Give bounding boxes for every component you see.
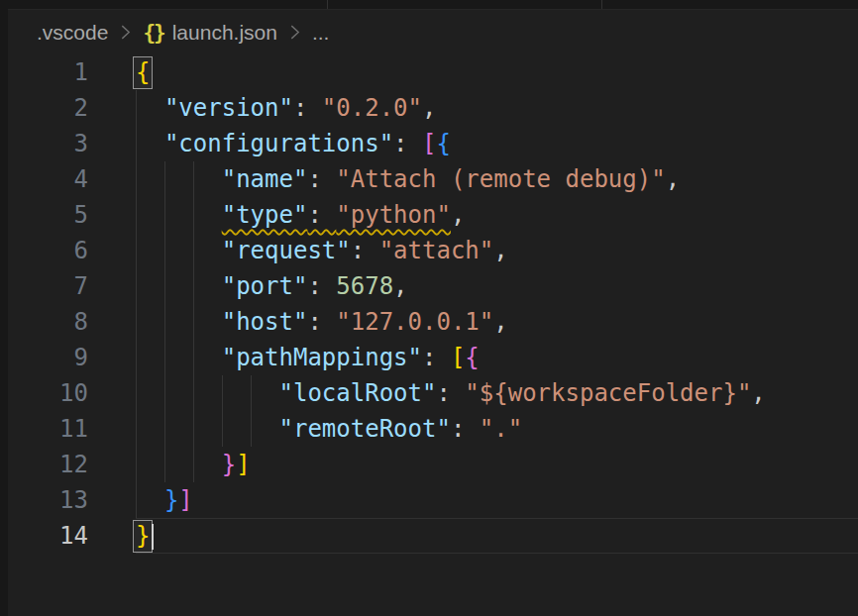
code-token: :	[307, 272, 336, 300]
code-line[interactable]: 8 "host": "127.0.0.1",	[8, 304, 858, 340]
line-number[interactable]: 3	[8, 126, 136, 161]
breadcrumb-file[interactable]: launch.json	[172, 21, 277, 45]
indent-guide	[136, 90, 137, 126]
code-token: ]	[178, 486, 192, 514]
code-area[interactable]: 1{2 "version": "0.2.0",3 "configurations…	[8, 54, 858, 616]
code-token: :	[307, 201, 336, 229]
code-token: }	[222, 451, 236, 478]
code-line[interactable]: 1{	[8, 54, 858, 90]
code-token: {	[465, 344, 479, 371]
indent-guide	[136, 340, 137, 375]
breadcrumb-folder[interactable]: .vscode	[37, 21, 108, 45]
code-content: "port": 5678,	[136, 268, 858, 304]
line-number[interactable]: 8	[8, 304, 136, 340]
tab-strip[interactable]	[8, 0, 858, 10]
line-number[interactable]: 10	[8, 375, 136, 411]
line-number[interactable]: 13	[8, 482, 136, 518]
indent-guide	[136, 304, 137, 340]
code-token: ,	[393, 272, 407, 300]
indent-guide	[164, 411, 165, 447]
line-number[interactable]: 2	[8, 90, 136, 126]
code-content: "host": "127.0.0.1",	[136, 304, 858, 340]
indent-guide	[136, 411, 137, 447]
code-line[interactable]: 4 "name": "Attach (remote debug)",	[8, 161, 858, 197]
line-number[interactable]: 1	[8, 54, 136, 90]
code-token: ]	[236, 451, 250, 478]
text-cursor	[152, 524, 154, 550]
indent-guide	[136, 161, 137, 197]
bracket-match: {	[134, 57, 152, 88]
line-number[interactable]: 9	[8, 340, 136, 375]
indent-guide	[193, 304, 194, 340]
code-token: ,	[422, 94, 436, 122]
code-token: "version"	[164, 94, 293, 122]
code-token: "python"	[336, 201, 451, 229]
line-number[interactable]: 14	[8, 518, 136, 554]
code-line[interactable]: 5 "type": "python",	[8, 197, 858, 233]
code-line[interactable]: 12 }]	[8, 447, 858, 482]
indent-guide	[136, 268, 137, 304]
indent-guide	[193, 375, 194, 411]
line-number[interactable]: 12	[8, 447, 136, 482]
indent-guide	[164, 447, 165, 482]
code-token: "0.2.0"	[322, 94, 422, 122]
indent-guide	[222, 375, 223, 411]
code-line[interactable]: 13 }]	[8, 482, 858, 518]
code-line[interactable]: 10 "localRoot": "${workspaceFolder}",	[8, 375, 858, 411]
indent-guide	[164, 304, 165, 340]
code-token: [	[451, 344, 465, 371]
line-number[interactable]: 4	[8, 161, 136, 197]
code-token: "request"	[222, 237, 351, 264]
code-token: :	[307, 165, 336, 193]
indent-guide	[136, 197, 137, 233]
code-token: }	[164, 486, 178, 514]
code-token: "Attach (remote debug)"	[336, 165, 665, 193]
code-token: ,	[751, 379, 765, 407]
code-content: {	[136, 54, 858, 90]
code-content: "remoteRoot": "."	[136, 411, 858, 447]
tab-divider	[327, 0, 328, 9]
code-token: ,	[451, 201, 465, 229]
indent-guide	[164, 340, 165, 375]
code-content: "pathMappings": [{	[136, 340, 858, 375]
code-token: "host"	[222, 308, 308, 336]
indent-guide	[136, 126, 137, 161]
code-token: :	[393, 130, 422, 157]
indent-guide	[193, 233, 194, 268]
indent-guide	[136, 447, 137, 482]
code-line[interactable]: 9 "pathMappings": [{	[8, 340, 858, 375]
indent-guide	[193, 161, 194, 197]
code-content: "version": "0.2.0",	[136, 90, 858, 126]
breadcrumb-symbol-ellipsis[interactable]: ...	[312, 21, 330, 45]
code-token: "${workspaceFolder}"	[465, 379, 751, 407]
code-token: "127.0.0.1"	[336, 308, 493, 336]
code-line[interactable]: 2 "version": "0.2.0",	[8, 90, 858, 126]
code-content: }]	[136, 447, 858, 482]
indent-guide	[164, 375, 165, 411]
indent-guide	[193, 447, 194, 482]
code-line[interactable]: 3 "configurations": [{	[8, 126, 858, 161]
indent-guide	[193, 340, 194, 375]
code-line[interactable]: 14}	[8, 518, 858, 554]
code-token: "localRoot"	[279, 379, 437, 407]
code-line[interactable]: 11 "remoteRoot": "."	[8, 411, 858, 447]
code-token: :	[307, 308, 336, 336]
code-token: :	[293, 94, 322, 122]
line-number[interactable]: 7	[8, 268, 136, 304]
code-line[interactable]: 6 "request": "attach",	[8, 233, 858, 268]
code-token: ,	[493, 237, 507, 264]
code-token: :	[422, 344, 451, 371]
indent-guide	[164, 233, 165, 268]
code-content: }	[136, 518, 858, 554]
line-number[interactable]: 5	[8, 197, 136, 233]
code-content: "localRoot": "${workspaceFolder}",	[136, 375, 858, 411]
chevron-right-icon	[117, 24, 134, 41]
line-number[interactable]: 6	[8, 233, 136, 268]
code-token: "remoteRoot"	[279, 415, 451, 443]
indent-guide	[222, 411, 223, 447]
code-token: :	[351, 237, 379, 264]
code-content: "request": "attach",	[136, 233, 858, 268]
code-line[interactable]: 7 "port": 5678,	[8, 268, 858, 304]
line-number[interactable]: 11	[8, 411, 136, 447]
code-token: {	[436, 130, 450, 157]
